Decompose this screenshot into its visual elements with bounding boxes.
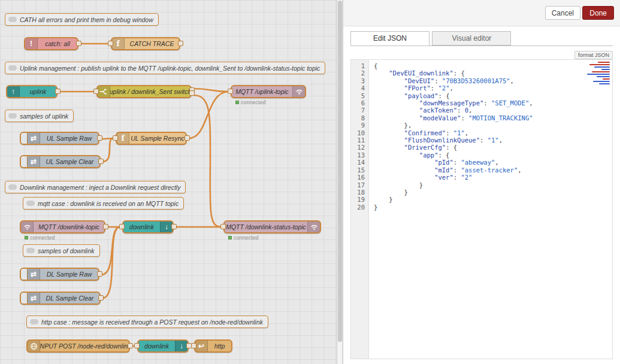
port-out[interactable]: [98, 159, 104, 164]
http-response-node[interactable]: ↩ http: [194, 339, 232, 353]
port-in[interactable]: [134, 343, 140, 348]
port-in[interactable]: [113, 135, 118, 141]
arrow-down-icon: ↓: [160, 222, 173, 232]
json-code-editor[interactable]: 1234567891011121314151617181920 { "DevEU…: [350, 59, 613, 359]
port-out[interactable]: [178, 41, 183, 46]
comment-node[interactable]: samples of downlink: [23, 244, 100, 257]
node-label: catch: all: [38, 38, 77, 49]
wire[interactable]: [189, 92, 228, 138]
downlink-link-node[interactable]: downlink ↓: [137, 339, 189, 353]
comment-node[interactable]: Uplink management : publish uplink to th…: [5, 62, 325, 74]
switch-node[interactable]: uplink / downlink_Sent switch: [96, 85, 192, 98]
done-button[interactable]: Done: [582, 6, 614, 20]
editor-tabs: Edit JSON Visual editor: [350, 31, 613, 46]
node-red-editor: CATH all errors and print them in debug …: [0, 0, 620, 364]
scrollbar-thumb[interactable]: [338, 1, 342, 342]
status-dot-icon: [25, 236, 28, 239]
cancel-button[interactable]: Cancel: [545, 6, 580, 20]
port-out[interactable]: [185, 135, 190, 141]
comment-node[interactable]: Downlink management : inject a Downlink …: [5, 181, 186, 193]
wire[interactable]: [193, 95, 221, 227]
inject-icon: ⇄: [28, 133, 40, 144]
inject-button[interactable]: [21, 269, 28, 280]
port-in[interactable]: [220, 224, 226, 229]
port-in[interactable]: [191, 343, 196, 348]
wire[interactable]: [102, 227, 120, 298]
comment-node[interactable]: mqtt case : downlink is received on an M…: [23, 197, 184, 210]
node-label: http: [208, 341, 231, 351]
port-in[interactable]: [108, 41, 113, 46]
node-label: downlink: [123, 222, 160, 232]
comment-node[interactable]: http case : message is received through …: [26, 316, 268, 328]
node-label: UL Sample Raw: [40, 133, 98, 144]
catch-node[interactable]: ! catch: all: [24, 37, 78, 50]
function-node[interactable]: f UL Sample Resync: [116, 132, 187, 145]
mqtt-in-node[interactable]: MQTT /downlink-topic: [20, 220, 105, 233]
wire[interactable]: [101, 227, 120, 275]
downlink-link-node[interactable]: downlink ↓: [122, 220, 174, 233]
port-out[interactable]: [171, 224, 177, 229]
comment-label: CATH all errors and print them in debug …: [20, 16, 153, 23]
port-out[interactable]: [55, 89, 61, 94]
comment-icon: [26, 248, 35, 253]
port-out[interactable]: [103, 224, 108, 229]
comment-icon: [26, 201, 35, 206]
format-json-button[interactable]: format JSON: [574, 51, 613, 59]
uplink-link-node[interactable]: ↑ uplink: [6, 85, 58, 98]
code-gutter: 1234567891011121314151617181920: [351, 60, 369, 359]
port-out-2[interactable]: [189, 90, 195, 96]
comment-icon: [8, 184, 17, 190]
mqtt-out-node[interactable]: MQTT /uplink-topic: [231, 85, 306, 98]
arrow-down-icon: ↓: [175, 341, 187, 351]
port-in[interactable]: [119, 224, 125, 229]
inject-node[interactable]: ⇄ UL Sample Clear: [20, 155, 101, 168]
port-out[interactable]: [98, 295, 104, 301]
inject-node[interactable]: ⇄ DL Sample Raw: [20, 268, 99, 281]
status-text: connected: [30, 235, 55, 241]
port-out[interactable]: [76, 41, 81, 46]
comment-label: samples of uplink: [20, 113, 68, 120]
flow-canvas[interactable]: CATH all errors and print them in debug …: [0, 0, 337, 364]
node-status: connected: [228, 235, 259, 241]
comment-label: mqtt case : downlink is received on an M…: [38, 200, 179, 207]
node-label: UL Sample Clear: [40, 156, 99, 167]
node-label: INPUT POST /node-red/downlink: [40, 341, 129, 351]
status-text: connected: [234, 235, 259, 241]
comment-node[interactable]: CATH all errors and print them in debug …: [5, 13, 159, 26]
comment-node[interactable]: samples of uplink: [5, 110, 74, 122]
comment-icon: [30, 319, 38, 324]
node-status: connected: [25, 235, 55, 241]
edit-panel: Cancel Done Edit JSON Visual editor form…: [343, 0, 620, 364]
node-label: downlink: [138, 341, 175, 351]
comment-icon: [8, 113, 17, 119]
canvas-scrollbar[interactable]: [337, 0, 343, 364]
http-in-node[interactable]: INPUT POST /node-red/downlink: [26, 339, 130, 353]
catch-trace-function-node[interactable]: f CATCH TRACE: [111, 37, 180, 50]
wire[interactable]: [102, 138, 113, 162]
code-lines[interactable]: { "DevEUI_downlink": { "DevEUI": "70B3D5…: [369, 60, 612, 359]
inject-node[interactable]: ⇄ UL Sample Raw: [20, 132, 99, 145]
status-dot-icon: [235, 101, 239, 104]
arrow-up-icon: ↑: [7, 86, 20, 97]
inject-node[interactable]: ⇄ DL Sample Clear: [20, 292, 101, 305]
port-out[interactable]: [97, 271, 102, 277]
node-label: CATCH TRACE: [125, 38, 179, 49]
node-label: MQTT /downlink-topic: [34, 222, 104, 232]
edit-panel-body: Edit JSON Visual editor format JSON 1234…: [343, 26, 620, 364]
inject-button[interactable]: [21, 133, 28, 144]
comment-icon: [8, 17, 17, 22]
inject-button[interactable]: [21, 293, 28, 304]
mqtt-out-node[interactable]: MQTT /downlink-status-topic: [223, 220, 321, 233]
tab-edit-json[interactable]: Edit JSON: [350, 31, 430, 46]
inject-icon: ⇄: [28, 269, 40, 280]
tab-visual-editor[interactable]: Visual editor: [432, 31, 511, 46]
node-status: connected: [235, 99, 266, 105]
status-text: connected: [241, 99, 266, 105]
port-in[interactable]: [228, 89, 233, 94]
wire[interactable]: [101, 138, 113, 139]
port-in[interactable]: [93, 89, 99, 94]
port-out[interactable]: [97, 135, 102, 141]
port-out[interactable]: [128, 343, 133, 348]
wire[interactable]: [193, 89, 228, 92]
inject-button[interactable]: [21, 156, 28, 167]
